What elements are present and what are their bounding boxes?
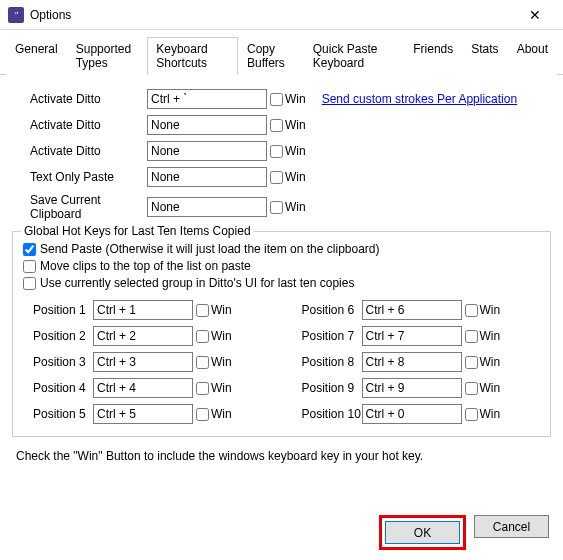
position-10-input[interactable] (362, 404, 462, 424)
titlebar: " Options ✕ (0, 0, 563, 30)
tab-copy-buffers[interactable]: Copy Buffers (238, 37, 304, 75)
win-label: Win (285, 92, 306, 106)
activate-ditto-1-input[interactable] (147, 89, 267, 109)
activate-ditto-1-win-checkbox[interactable] (270, 93, 283, 106)
win-label: Win (480, 407, 501, 421)
position-5-win-checkbox[interactable] (196, 408, 209, 421)
win-label: Win (211, 303, 232, 317)
position-3-label: Position 3 (23, 355, 93, 369)
tab-stats[interactable]: Stats (462, 37, 507, 75)
activate-ditto-3-win-checkbox[interactable] (270, 145, 283, 158)
position-10-label: Position 10 (292, 407, 362, 421)
use-group-label: Use currently selected group in Ditto's … (40, 276, 354, 290)
win-label: Win (211, 407, 232, 421)
text-only-paste-input[interactable] (147, 167, 267, 187)
position-8-input[interactable] (362, 352, 462, 372)
ok-highlight: OK (379, 515, 466, 550)
activate-ditto-2-label: Activate Ditto (12, 118, 147, 132)
footnote-text: Check the "Win" Button to include the wi… (12, 449, 551, 463)
position-2-input[interactable] (93, 326, 193, 346)
text-only-paste-label: Text Only Paste (12, 170, 147, 184)
send-custom-strokes-link[interactable]: Send custom strokes Per Application (322, 92, 517, 106)
win-label: Win (211, 329, 232, 343)
position-1-input[interactable] (93, 300, 193, 320)
position-2-win-checkbox[interactable] (196, 330, 209, 343)
win-label: Win (285, 170, 306, 184)
position-6-label: Position 6 (292, 303, 362, 317)
position-9-label: Position 9 (292, 381, 362, 395)
global-hotkeys-group: Global Hot Keys for Last Ten Items Copie… (12, 231, 551, 437)
position-6-win-checkbox[interactable] (465, 304, 478, 317)
position-2-label: Position 2 (23, 329, 93, 343)
position-10-win-checkbox[interactable] (465, 408, 478, 421)
win-label: Win (480, 381, 501, 395)
position-3-input[interactable] (93, 352, 193, 372)
win-label: Win (285, 144, 306, 158)
save-current-clipboard-win-checkbox[interactable] (270, 201, 283, 214)
tab-supported-types[interactable]: Supported Types (67, 37, 148, 75)
text-only-paste-win-checkbox[interactable] (270, 171, 283, 184)
tab-friends[interactable]: Friends (404, 37, 462, 75)
close-icon: ✕ (529, 7, 541, 23)
win-label: Win (285, 118, 306, 132)
win-label: Win (211, 381, 232, 395)
move-clips-checkbox[interactable] (23, 260, 36, 273)
save-current-clipboard-label: Save Current Clipboard (12, 193, 147, 221)
group-legend: Global Hot Keys for Last Ten Items Copie… (21, 224, 254, 238)
position-8-label: Position 8 (292, 355, 362, 369)
position-1-win-checkbox[interactable] (196, 304, 209, 317)
activate-ditto-3-input[interactable] (147, 141, 267, 161)
win-label: Win (480, 329, 501, 343)
tab-keyboard-shortcuts[interactable]: Keyboard Shortcuts (147, 37, 238, 75)
position-9-win-checkbox[interactable] (465, 382, 478, 395)
move-clips-label: Move clips to the top of the list on pas… (40, 259, 251, 273)
position-7-label: Position 7 (292, 329, 362, 343)
tab-quick-paste[interactable]: Quick Paste Keyboard (304, 37, 404, 75)
position-4-input[interactable] (93, 378, 193, 398)
close-button[interactable]: ✕ (515, 0, 555, 30)
win-label: Win (480, 355, 501, 369)
position-7-win-checkbox[interactable] (465, 330, 478, 343)
save-current-clipboard-input[interactable] (147, 197, 267, 217)
position-1-label: Position 1 (23, 303, 93, 317)
position-5-label: Position 5 (23, 407, 93, 421)
position-4-win-checkbox[interactable] (196, 382, 209, 395)
tab-content: Activate Ditto Win Send custom strokes P… (0, 75, 563, 471)
win-label: Win (480, 303, 501, 317)
activate-ditto-3-label: Activate Ditto (12, 144, 147, 158)
win-label: Win (285, 200, 306, 214)
send-paste-label: Send Paste (Otherwise it will just load … (40, 242, 380, 256)
tab-general[interactable]: General (6, 37, 67, 75)
position-3-win-checkbox[interactable] (196, 356, 209, 369)
app-icon: " (8, 7, 24, 23)
cancel-button[interactable]: Cancel (474, 515, 549, 538)
position-6-input[interactable] (362, 300, 462, 320)
activate-ditto-2-input[interactable] (147, 115, 267, 135)
button-bar: OK Cancel (379, 515, 549, 550)
send-paste-checkbox[interactable] (23, 243, 36, 256)
window-title: Options (30, 8, 515, 22)
tab-bar: General Supported Types Keyboard Shortcu… (0, 30, 563, 75)
use-group-checkbox[interactable] (23, 277, 36, 290)
position-4-label: Position 4 (23, 381, 93, 395)
position-5-input[interactable] (93, 404, 193, 424)
position-8-win-checkbox[interactable] (465, 356, 478, 369)
activate-ditto-1-label: Activate Ditto (12, 92, 147, 106)
position-9-input[interactable] (362, 378, 462, 398)
tab-about[interactable]: About (508, 37, 557, 75)
win-label: Win (211, 355, 232, 369)
activate-ditto-2-win-checkbox[interactable] (270, 119, 283, 132)
position-7-input[interactable] (362, 326, 462, 346)
ok-button[interactable]: OK (385, 521, 460, 544)
